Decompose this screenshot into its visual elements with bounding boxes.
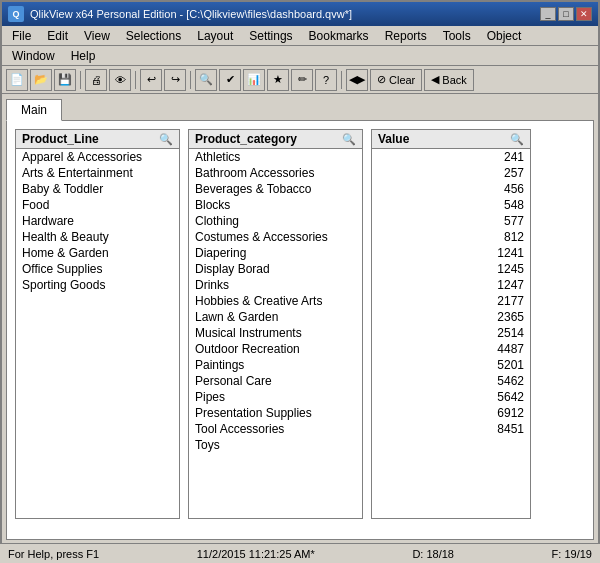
timestamp: 11/2/2015 11:21:25 AM* [197, 548, 315, 560]
list-item[interactable]: Lawn & Garden [189, 309, 362, 325]
list-item[interactable]: Clothing [189, 213, 362, 229]
list-item[interactable]: Blocks [189, 197, 362, 213]
menu-layout[interactable]: Layout [191, 28, 239, 44]
menu-help[interactable]: Help [65, 48, 102, 64]
list-item[interactable]: Beverages & Tobacco [189, 181, 362, 197]
list-item[interactable]: Athletics [189, 149, 362, 165]
window-controls: _ □ ✕ [540, 7, 592, 21]
list-item[interactable]: Display Borad [189, 261, 362, 277]
clear-icon: ⊘ [377, 73, 386, 86]
tb-separator-1 [80, 71, 81, 89]
table-row[interactable]: 2177 [372, 293, 530, 309]
clear-button[interactable]: ⊘ Clear [370, 69, 422, 91]
table-row[interactable]: 812 [372, 229, 530, 245]
list-item[interactable]: Apparel & Accessories [16, 149, 179, 165]
table-row[interactable] [372, 437, 530, 439]
menu-reports[interactable]: Reports [379, 28, 433, 44]
table-row[interactable]: 257 [372, 165, 530, 181]
product-category-items: Athletics Bathroom Accessories Beverages… [189, 149, 362, 518]
table-row[interactable]: 6912 [372, 405, 530, 421]
tb-print-button[interactable]: 🖨 [85, 69, 107, 91]
product-line-search-icon[interactable]: 🔍 [159, 133, 173, 146]
minimize-button[interactable]: _ [540, 7, 556, 21]
back-button[interactable]: ◀ Back [424, 69, 473, 91]
menu-view[interactable]: View [78, 28, 116, 44]
tb-search-button[interactable]: 🔍 [195, 69, 217, 91]
value-number: 577 [504, 214, 524, 228]
table-row[interactable]: 548 [372, 197, 530, 213]
value-search-icon[interactable]: 🔍 [510, 133, 524, 146]
list-item[interactable]: Baby & Toddler [16, 181, 179, 197]
table-row[interactable]: 1247 [372, 277, 530, 293]
tb-help-button[interactable]: ? [315, 69, 337, 91]
value-number: 1245 [497, 262, 524, 276]
list-item[interactable]: Bathroom Accessories [189, 165, 362, 181]
table-row[interactable]: 1245 [372, 261, 530, 277]
tb-chart-button[interactable]: 📊 [243, 69, 265, 91]
value-number: 5642 [497, 390, 524, 404]
list-item[interactable]: Musical Instruments [189, 325, 362, 341]
list-item[interactable]: Personal Care [189, 373, 362, 389]
value-number: 2514 [497, 326, 524, 340]
table-row[interactable]: 2514 [372, 325, 530, 341]
list-item[interactable]: Sporting Goods [16, 277, 179, 293]
table-row[interactable]: 5462 [372, 373, 530, 389]
value-number: 4487 [497, 342, 524, 356]
tb-open-button[interactable]: 📂 [30, 69, 52, 91]
table-row[interactable]: 5201 [372, 357, 530, 373]
title-bar: Q QlikView x64 Personal Edition - [C:\Ql… [2, 2, 598, 26]
table-row[interactable]: 5642 [372, 389, 530, 405]
tb-preview-button[interactable]: 👁 [109, 69, 131, 91]
list-item[interactable]: Paintings [189, 357, 362, 373]
list-item[interactable]: Home & Garden [16, 245, 179, 261]
product-category-listbox: Product_category 🔍 Athletics Bathroom Ac… [188, 129, 363, 519]
list-item[interactable]: Health & Beauty [16, 229, 179, 245]
table-row[interactable]: 4487 [372, 341, 530, 357]
tb-redo-button[interactable]: ↪ [164, 69, 186, 91]
tb-new-button[interactable]: 📄 [6, 69, 28, 91]
list-item[interactable]: Pipes [189, 389, 362, 405]
value-number: 548 [504, 198, 524, 212]
maximize-button[interactable]: □ [558, 7, 574, 21]
table-row[interactable]: 2365 [372, 309, 530, 325]
value-number: 6912 [497, 406, 524, 420]
tb-edit-button[interactable]: ✏ [291, 69, 313, 91]
table-row[interactable]: 577 [372, 213, 530, 229]
tb-check-button[interactable]: ✔ [219, 69, 241, 91]
menu-edit[interactable]: Edit [41, 28, 74, 44]
menu-window[interactable]: Window [6, 48, 61, 64]
table-row[interactable]: 8451 [372, 421, 530, 437]
list-item[interactable]: Hobbies & Creative Arts [189, 293, 362, 309]
status-bar: For Help, press F1 11/2/2015 11:21:25 AM… [0, 543, 600, 563]
list-item[interactable]: Hardware [16, 213, 179, 229]
list-item[interactable]: Drinks [189, 277, 362, 293]
tb-nav-button[interactable]: ◀▶ [346, 69, 368, 91]
menu-file[interactable]: File [6, 28, 37, 44]
back-label: Back [442, 74, 466, 86]
list-item[interactable]: Office Supplies [16, 261, 179, 277]
menu-settings[interactable]: Settings [243, 28, 298, 44]
table-row[interactable]: 456 [372, 181, 530, 197]
tb-save-button[interactable]: 💾 [54, 69, 76, 91]
close-button[interactable]: ✕ [576, 7, 592, 21]
tb-undo-button[interactable]: ↩ [140, 69, 162, 91]
list-item[interactable]: Tool Accessories [189, 421, 362, 437]
menu-bookmarks[interactable]: Bookmarks [303, 28, 375, 44]
list-item[interactable]: Toys [189, 437, 362, 453]
menu-selections[interactable]: Selections [120, 28, 187, 44]
tab-main[interactable]: Main [6, 99, 62, 121]
list-item[interactable]: Presentation Supplies [189, 405, 362, 421]
value-number: 5201 [497, 358, 524, 372]
tb-star-button[interactable]: ★ [267, 69, 289, 91]
list-item[interactable]: Arts & Entertainment [16, 165, 179, 181]
menu-object[interactable]: Object [481, 28, 528, 44]
menu-tools[interactable]: Tools [437, 28, 477, 44]
product-category-search-icon[interactable]: 🔍 [342, 133, 356, 146]
list-item[interactable]: Outdoor Recreation [189, 341, 362, 357]
product-line-title: Product_Line [22, 132, 99, 146]
table-row[interactable]: 1241 [372, 245, 530, 261]
list-item[interactable]: Diapering [189, 245, 362, 261]
table-row[interactable]: 241 [372, 149, 530, 165]
list-item[interactable]: Food [16, 197, 179, 213]
list-item[interactable]: Costumes & Accessories [189, 229, 362, 245]
